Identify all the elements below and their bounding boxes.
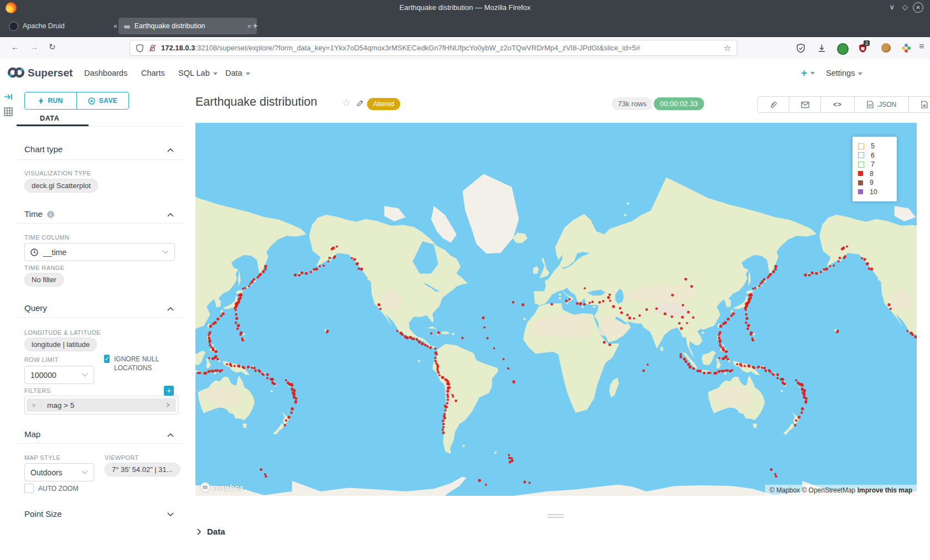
browser-tab-earthquake[interactable]: ∞ Earthquake distribution × (118, 18, 257, 34)
legend-row[interactable]: 10 (858, 188, 891, 197)
section-time[interactable]: Time (24, 209, 43, 219)
legend-row[interactable]: 6 (858, 151, 891, 160)
panel-resize-handle[interactable] (547, 514, 564, 520)
nav-data[interactable]: Data (225, 69, 250, 77)
new-tab-button[interactable]: + (252, 21, 258, 30)
back-icon[interactable]: ← (11, 42, 19, 51)
favorite-star-icon[interactable]: ☆ (342, 96, 351, 109)
nav-sql-lab[interactable]: SQL Lab (178, 69, 218, 77)
chevron-down-icon[interactable] (167, 512, 174, 517)
legend-swatch-icon (858, 180, 863, 185)
chevron-up-icon[interactable] (167, 212, 174, 217)
extension-green-icon[interactable] (837, 43, 849, 55)
query-timer-badge: 00:00:02.33 (654, 97, 704, 110)
mapbox-logo[interactable]: m mapbox (200, 482, 244, 492)
legend-swatch-icon (858, 171, 863, 176)
brand-name[interactable]: Superset (28, 67, 73, 79)
cookie-icon[interactable] (881, 43, 891, 53)
chevron-right-icon[interactable] (165, 403, 172, 407)
map-style-select[interactable]: Outdoors (24, 463, 94, 481)
window-close-icon[interactable]: ✕ (913, 2, 923, 13)
altered-badge[interactable]: Altered (367, 98, 400, 110)
time-column-select[interactable]: __time (24, 243, 175, 261)
map-legend[interactable]: 5678910 (852, 137, 897, 201)
divider (17, 317, 183, 318)
pinwheel-extension-icon[interactable] (901, 43, 911, 53)
datasource-rail (0, 87, 17, 560)
tab-close-icon[interactable]: × (113, 22, 117, 30)
auto-zoom-checkbox[interactable]: AUTO ZOOM (24, 484, 78, 493)
chevron-down-icon (81, 470, 88, 475)
nav-data-label: Data (225, 69, 242, 77)
export-csv-button[interactable]: .CSV (909, 96, 930, 113)
protections-shield-icon[interactable] (796, 43, 805, 53)
email-button[interactable] (789, 96, 821, 113)
save-label: SAVE (99, 97, 117, 105)
time-range-value[interactable]: No filter (24, 273, 64, 287)
legend-row[interactable]: 5 (858, 142, 891, 151)
tab-data[interactable]: DATA (40, 115, 59, 122)
run-label: RUN (48, 97, 63, 105)
control-panel: RUN SAVE DATA Chart type VISUALIZATION T… (17, 87, 183, 560)
forward-icon[interactable]: → (30, 42, 38, 51)
divider (17, 159, 183, 160)
tab-close-icon[interactable]: × (247, 22, 251, 30)
nav-dashboards[interactable]: Dashboards (84, 69, 127, 77)
viewport-value[interactable]: 7° 35' 54.02" | 31... (105, 463, 180, 476)
file-icon (867, 101, 874, 108)
attribution-text[interactable]: © Mapbox © OpenStreetMap (769, 486, 855, 494)
section-map[interactable]: Map (24, 429, 40, 439)
expand-panel-icon[interactable] (4, 92, 13, 101)
edit-pencil-icon[interactable] (356, 99, 364, 107)
lonlat-label: LONGITUDE & LATITUDE (24, 329, 101, 336)
section-chart-type[interactable]: Chart type (24, 144, 63, 154)
lonlat-value[interactable]: longitude | latitude (24, 338, 97, 351)
filter-chip[interactable]: × mag > 5 (27, 398, 176, 412)
browser-tab-druid[interactable]: Apache Druid × (3, 18, 123, 34)
ignore-null-checkbox[interactable]: ✓ IGNORE NULL LOCATIONS (104, 355, 170, 372)
legend-row[interactable]: 8 (858, 169, 891, 179)
superset-logo-icon (7, 65, 25, 80)
nav-charts[interactable]: Charts (141, 69, 165, 77)
window-maximize-icon[interactable]: ◇ (902, 3, 908, 11)
remove-filter-icon[interactable]: × (27, 401, 42, 409)
embed-code-button[interactable]: <> (821, 96, 855, 113)
insecure-lock-icon[interactable] (148, 44, 157, 53)
reload-icon[interactable]: ↻ (49, 42, 56, 52)
run-button[interactable]: RUN (25, 92, 76, 109)
shield-permissions-icon[interactable] (136, 44, 144, 53)
section-point-size[interactable]: Point Size (24, 509, 62, 518)
legend-label: 9 (870, 179, 874, 186)
hamburger-menu-icon[interactable]: ≡ (919, 42, 924, 51)
filter-box: × mag > 5 (24, 396, 178, 414)
data-results-header[interactable]: Data (197, 527, 225, 536)
checkbox-unchecked-icon (24, 484, 34, 493)
improve-map-link[interactable]: Improve this map (857, 486, 912, 494)
new-item-button[interactable]: + (801, 67, 815, 79)
downloads-icon[interactable] (817, 43, 826, 53)
export-json-button[interactable]: .JSON (855, 96, 909, 113)
map-style-label: MAP STYLE (24, 454, 60, 461)
bookmark-star-icon[interactable]: ☆ (724, 43, 731, 53)
viz-type-value[interactable]: deck.gl Scatterplot (24, 179, 98, 193)
divider (17, 443, 183, 444)
section-query[interactable]: Query (24, 303, 47, 313)
share-link-button[interactable] (757, 96, 789, 113)
row-limit-select[interactable]: 100000 (24, 366, 94, 384)
add-filter-button[interactable]: + (164, 386, 174, 396)
data-label: Data (207, 527, 225, 536)
chevron-up-icon[interactable] (167, 307, 174, 311)
info-icon[interactable]: i (47, 211, 54, 218)
ublock-shield-icon[interactable]: 2 (858, 43, 867, 55)
chevron-down-icon (162, 250, 169, 255)
datasource-grid-icon[interactable] (4, 107, 13, 116)
chevron-up-icon[interactable] (167, 433, 174, 437)
legend-row[interactable]: 9 (858, 178, 891, 188)
chevron-up-icon[interactable] (167, 148, 174, 152)
url-bar[interactable]: 172.18.0.3:32108/superset/explore/?form_… (130, 40, 737, 56)
save-button[interactable]: SAVE (76, 92, 128, 109)
nav-settings[interactable]: Settings (826, 69, 862, 77)
deckgl-map[interactable]: 5678910 m mapbox © Mapbox © OpenStreetMa… (195, 123, 917, 496)
window-minimize-icon[interactable]: ∨ (889, 3, 895, 11)
legend-row[interactable]: 7 (858, 160, 891, 169)
